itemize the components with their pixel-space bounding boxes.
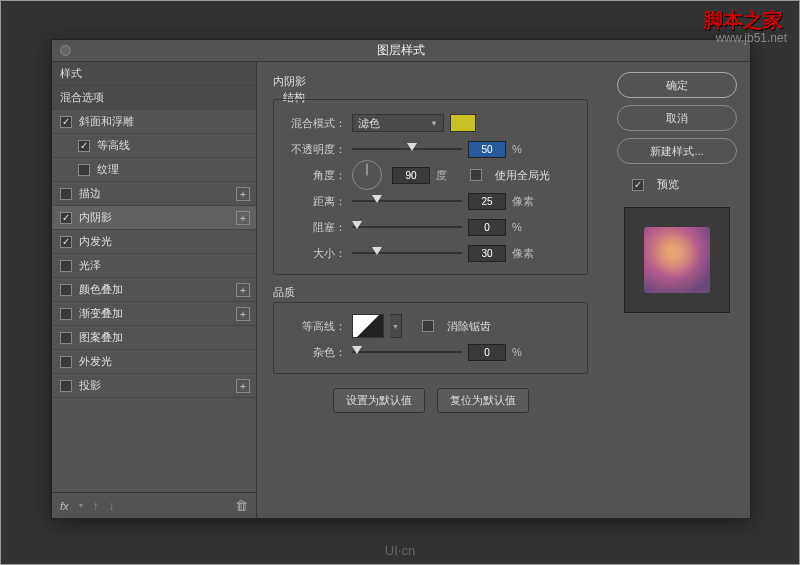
- move-down-icon[interactable]: ↓: [109, 499, 115, 513]
- style-label: 外发光: [79, 354, 112, 369]
- style-checkbox[interactable]: [60, 116, 72, 128]
- style-label: 光泽: [79, 258, 101, 273]
- global-light-checkbox[interactable]: [470, 169, 482, 181]
- make-default-button[interactable]: 设置为默认值: [333, 388, 425, 413]
- contour-picker[interactable]: [352, 314, 384, 338]
- styles-list: 样式 混合选项 斜面和浮雕等高线纹理描边+内阴影+内发光光泽颜色叠加+渐变叠加+…: [52, 62, 256, 492]
- color-swatch[interactable]: [450, 114, 476, 132]
- sidebar-item-11[interactable]: 投影+: [52, 374, 256, 398]
- styles-sidebar: 样式 混合选项 斜面和浮雕等高线纹理描边+内阴影+内发光光泽颜色叠加+渐变叠加+…: [52, 62, 257, 518]
- dialog-title: 图层样式: [377, 42, 425, 59]
- sidebar-item-0[interactable]: 斜面和浮雕: [52, 110, 256, 134]
- choke-label: 阻塞：: [286, 220, 346, 235]
- size-label: 大小：: [286, 246, 346, 261]
- noise-label: 杂色：: [286, 345, 346, 360]
- settings-panel: 内阴影 结构 混合模式： 滤色▼ 不透明度： 50 % 角度: [257, 62, 604, 518]
- style-checkbox[interactable]: [78, 164, 90, 176]
- style-checkbox[interactable]: [60, 308, 72, 320]
- style-checkbox[interactable]: [60, 380, 72, 392]
- contour-dropdown-icon[interactable]: ▼: [390, 314, 402, 338]
- style-label: 渐变叠加: [79, 306, 123, 321]
- distance-input[interactable]: 25: [468, 193, 506, 210]
- blend-mode-label: 混合模式：: [286, 116, 346, 131]
- choke-input[interactable]: 0: [468, 219, 506, 236]
- sidebar-item-10[interactable]: 外发光: [52, 350, 256, 374]
- angle-input[interactable]: 90: [392, 167, 430, 184]
- sidebar-blending-options[interactable]: 混合选项: [52, 86, 256, 110]
- trash-icon[interactable]: 🗑: [235, 498, 248, 513]
- opacity-label: 不透明度：: [286, 142, 346, 157]
- panel-title: 内阴影: [273, 74, 588, 89]
- style-label: 投影: [79, 378, 101, 393]
- opacity-slider[interactable]: [352, 142, 462, 156]
- close-icon[interactable]: [60, 45, 71, 56]
- size-input[interactable]: 30: [468, 245, 506, 262]
- blend-mode-select[interactable]: 滤色▼: [352, 114, 444, 132]
- style-label: 颜色叠加: [79, 282, 123, 297]
- style-checkbox[interactable]: [60, 284, 72, 296]
- distance-slider[interactable]: [352, 194, 462, 208]
- style-label: 内发光: [79, 234, 112, 249]
- watermark-url: www.jb51.net: [716, 31, 787, 45]
- reset-default-button[interactable]: 复位为默认值: [437, 388, 529, 413]
- sidebar-item-5[interactable]: 内发光: [52, 230, 256, 254]
- titlebar: 图层样式: [52, 40, 750, 62]
- sidebar-item-6[interactable]: 光泽: [52, 254, 256, 278]
- style-checkbox[interactable]: [60, 356, 72, 368]
- sidebar-footer: fx ▾ ↑ ↓ 🗑: [52, 492, 256, 518]
- move-up-icon[interactable]: ↑: [93, 499, 99, 513]
- add-effect-icon[interactable]: +: [236, 379, 250, 393]
- distance-unit: 像素: [512, 194, 540, 209]
- style-checkbox[interactable]: [78, 140, 90, 152]
- style-label: 描边: [79, 186, 101, 201]
- global-light-label: 使用全局光: [495, 168, 550, 183]
- sidebar-item-9[interactable]: 图案叠加: [52, 326, 256, 350]
- antialias-label: 消除锯齿: [447, 319, 491, 334]
- sidebar-item-2[interactable]: 纹理: [52, 158, 256, 182]
- style-checkbox[interactable]: [60, 236, 72, 248]
- style-label: 斜面和浮雕: [79, 114, 134, 129]
- opacity-input[interactable]: 50: [468, 141, 506, 158]
- style-checkbox[interactable]: [60, 260, 72, 272]
- angle-dial[interactable]: [352, 160, 382, 190]
- fx-menu-icon[interactable]: fx: [60, 500, 69, 512]
- preview-checkbox[interactable]: [632, 179, 644, 191]
- add-effect-icon[interactable]: +: [236, 211, 250, 225]
- sidebar-item-7[interactable]: 颜色叠加+: [52, 278, 256, 302]
- style-label: 纹理: [97, 162, 119, 177]
- choke-slider[interactable]: [352, 220, 462, 234]
- add-effect-icon[interactable]: +: [236, 187, 250, 201]
- contour-label: 等高线：: [286, 319, 346, 334]
- opacity-unit: %: [512, 143, 540, 155]
- fx-chevron-icon[interactable]: ▾: [79, 501, 83, 510]
- new-style-button[interactable]: 新建样式...: [617, 138, 737, 164]
- size-slider[interactable]: [352, 246, 462, 260]
- sidebar-item-1[interactable]: 等高线: [52, 134, 256, 158]
- quality-title: 品质: [273, 285, 588, 300]
- antialias-checkbox[interactable]: [422, 320, 434, 332]
- style-label: 图案叠加: [79, 330, 123, 345]
- footer-logo: UI·cn: [385, 543, 415, 558]
- noise-input[interactable]: 0: [468, 344, 506, 361]
- style-checkbox[interactable]: [60, 212, 72, 224]
- preview-image: [644, 227, 710, 293]
- style-checkbox[interactable]: [60, 332, 72, 344]
- noise-unit: %: [512, 346, 540, 358]
- noise-slider[interactable]: [352, 345, 462, 359]
- preview-label: 预览: [657, 177, 679, 192]
- preview-box: [624, 207, 730, 313]
- add-effect-icon[interactable]: +: [236, 283, 250, 297]
- add-effect-icon[interactable]: +: [236, 307, 250, 321]
- right-panel: 确定 取消 新建样式... 预览: [604, 62, 750, 518]
- sidebar-item-3[interactable]: 描边+: [52, 182, 256, 206]
- sidebar-styles-header[interactable]: 样式: [52, 62, 256, 86]
- watermark-text: 脚本之家: [703, 7, 783, 34]
- sidebar-item-4[interactable]: 内阴影+: [52, 206, 256, 230]
- angle-label: 角度：: [286, 168, 346, 183]
- cancel-button[interactable]: 取消: [617, 105, 737, 131]
- distance-label: 距离：: [286, 194, 346, 209]
- style-checkbox[interactable]: [60, 188, 72, 200]
- choke-unit: %: [512, 221, 540, 233]
- ok-button[interactable]: 确定: [617, 72, 737, 98]
- sidebar-item-8[interactable]: 渐变叠加+: [52, 302, 256, 326]
